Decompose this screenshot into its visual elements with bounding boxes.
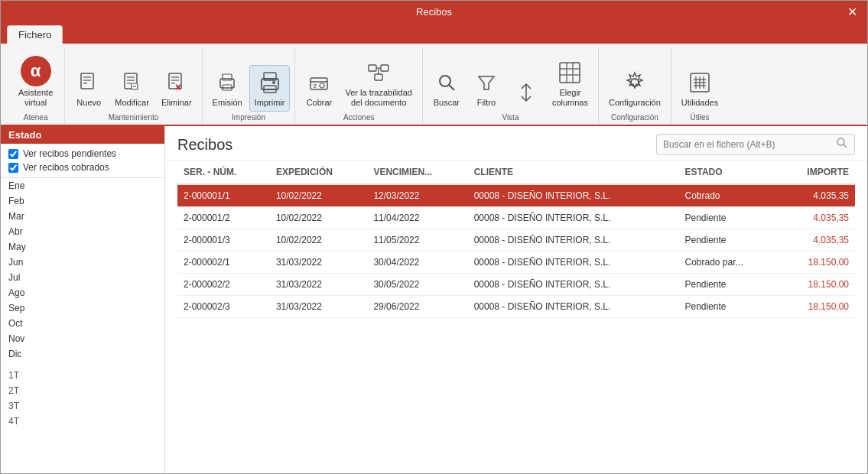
svg-point-49 xyxy=(837,138,844,145)
cobrar-button[interactable]: Cobrar xyxy=(300,65,338,112)
svg-point-41 xyxy=(631,79,639,86)
cell-vencimiento: 30/05/2022 xyxy=(367,274,467,296)
filtro-label: Filtro xyxy=(477,98,496,108)
month-list: EneFebMarAbrMayJunJulAgoSepOctNovDic1T2T… xyxy=(1,178,164,474)
nuevo-label: Nuevo xyxy=(76,98,101,108)
table-row[interactable]: 2-000002/231/03/202230/05/202200008 - DI… xyxy=(177,274,855,296)
svg-rect-36 xyxy=(560,63,580,83)
cell-vencimiento: 11/05/2022 xyxy=(367,229,467,252)
search-box[interactable] xyxy=(656,134,855,155)
col-header-estado: ESTADO xyxy=(678,161,778,184)
checkbox-cobrados[interactable]: Ver recibos cobrados xyxy=(8,162,157,173)
sidebar-month-may[interactable]: May xyxy=(1,239,164,255)
ribbon-group-acciones-label: Acciones xyxy=(343,112,375,122)
nuevo-icon xyxy=(75,69,102,96)
svg-line-33 xyxy=(449,85,454,90)
ribbon-group-vista-label: Vista xyxy=(502,112,519,122)
col-header-vencimiento: VENCIMIEN... xyxy=(367,161,467,184)
cobrar-label: Cobrar xyxy=(307,98,333,108)
sidebar-month-nov[interactable]: Nov xyxy=(1,331,164,346)
asistente-label: Asistentevirtual xyxy=(18,88,53,108)
cell-cliente: 00008 - DISEÑO INTERIOR, S.L. xyxy=(468,184,679,207)
cell-vencimiento: 11/04/2022 xyxy=(367,207,467,229)
ribbon-group-impresion-label: Impresión xyxy=(232,112,265,122)
configuracion-button[interactable]: Configuración xyxy=(603,65,666,112)
close-button[interactable]: ✕ xyxy=(837,1,867,22)
cell-ser_num: 2-000002/1 xyxy=(177,252,270,274)
table-header-row: SER. - NÚM.EXPEDICIÓNVENCIMIEN...CLIENTE… xyxy=(177,161,855,184)
nuevo-button[interactable]: Nuevo xyxy=(70,65,108,112)
table-row[interactable]: 2-000001/110/02/202212/03/202200008 - DI… xyxy=(177,184,855,207)
trazabilidad-button[interactable]: Ver la trazabilidaddel documento xyxy=(340,55,417,112)
sidebar-quarter-4t[interactable]: 4T xyxy=(1,414,164,429)
svg-marker-34 xyxy=(479,76,494,89)
svg-rect-28 xyxy=(381,65,388,71)
buscar-icon xyxy=(433,69,460,96)
checkbox-pendientes-input[interactable] xyxy=(8,149,18,159)
search-input[interactable] xyxy=(663,139,831,150)
cell-expedicion: 31/03/2022 xyxy=(270,274,368,296)
modificar-button[interactable]: Modificar xyxy=(109,65,154,112)
checkbox-pendientes[interactable]: Ver recibos pendientes xyxy=(8,148,157,159)
menu-tab-fichero[interactable]: Fichero xyxy=(7,25,63,44)
content-area: Recibos SER. - NÚM.EXPEDICIÓNVENCIMIEN..… xyxy=(165,126,867,474)
columnas-label: Elegircolumnas xyxy=(552,88,588,108)
sidebar-month-ene[interactable]: Ene xyxy=(1,178,164,193)
svg-line-50 xyxy=(844,144,847,148)
cell-expedicion: 31/03/2022 xyxy=(270,252,368,274)
svg-rect-27 xyxy=(369,65,376,71)
svg-rect-8 xyxy=(132,83,138,89)
imprimir-button[interactable]: Imprimir xyxy=(249,65,291,112)
sidebar-month-abr[interactable]: Abr xyxy=(1,224,164,239)
buscar-button[interactable]: Buscar xyxy=(427,65,466,112)
main-area: Estado Ver recibos pendientes Ver recibo… xyxy=(1,126,867,474)
utilidades-button[interactable]: Utilidades xyxy=(676,65,723,112)
sort-button[interactable] xyxy=(507,75,545,112)
sidebar-quarter-2t[interactable]: 2T xyxy=(1,383,164,398)
window-title: Recibos xyxy=(416,6,452,18)
sidebar-month-jul[interactable]: Jul xyxy=(1,270,164,285)
sidebar-month-sep[interactable]: Sep xyxy=(1,300,164,316)
cell-vencimiento: 29/06/2022 xyxy=(367,296,467,318)
cell-cliente: 00008 - DISEÑO INTERIOR, S.L. xyxy=(468,274,679,296)
sidebar-quarter-3t[interactable]: 3T xyxy=(1,398,164,414)
table-row[interactable]: 2-000001/310/02/202211/05/202200008 - DI… xyxy=(177,229,855,252)
cell-importe: 18.150,00 xyxy=(779,296,855,318)
asistente-virtual-button[interactable]: α Asistentevirtual xyxy=(11,52,60,112)
emision-button[interactable]: Emisión xyxy=(207,65,248,112)
sidebar-month-dic[interactable]: Dic xyxy=(1,346,164,362)
eliminar-label: Eliminar xyxy=(161,98,192,108)
ribbon-group-atenea: α Asistentevirtual Atenea xyxy=(7,47,65,125)
sidebar-month-oct[interactable]: Oct xyxy=(1,316,164,331)
sidebar-quarter-1t[interactable]: 1T xyxy=(1,368,164,383)
filtro-icon xyxy=(473,69,500,96)
table-row[interactable]: 2-000002/331/03/202229/06/202200008 - DI… xyxy=(177,296,855,318)
cell-cliente: 00008 - DISEÑO INTERIOR, S.L. xyxy=(468,229,679,252)
sidebar-month-ago[interactable]: Ago xyxy=(1,285,164,300)
cell-estado: Pendiente xyxy=(678,229,778,252)
filtro-button[interactable]: Filtro xyxy=(467,65,506,112)
sidebar-month-jun[interactable]: Jun xyxy=(1,255,164,270)
ribbon: α Asistentevirtual Atenea Nuevo Modifica… xyxy=(1,44,867,126)
page-title: Recibos xyxy=(177,136,232,154)
cell-cliente: 00008 - DISEÑO INTERIOR, S.L. xyxy=(468,252,679,274)
content-header: Recibos xyxy=(165,126,867,161)
recibos-table: SER. - NÚM.EXPEDICIÓNVENCIMIEN...CLIENTE… xyxy=(177,161,855,318)
svg-point-24 xyxy=(320,83,324,88)
cell-importe: 4.035,35 xyxy=(779,184,855,207)
ribbon-group-configuracion-label: Configuración xyxy=(611,112,658,122)
sidebar-month-feb[interactable]: Feb xyxy=(1,193,164,209)
table-row[interactable]: 2-000001/210/02/202211/04/202200008 - DI… xyxy=(177,207,855,229)
columnas-button[interactable]: Elegircolumnas xyxy=(547,55,593,112)
imprimir-label: Imprimir xyxy=(255,98,285,108)
cell-expedicion: 10/02/2022 xyxy=(270,207,368,229)
title-bar: Recibos ✕ xyxy=(1,1,867,22)
sidebar-month-mar[interactable]: Mar xyxy=(1,209,164,224)
table-row[interactable]: 2-000002/131/03/202230/04/202200008 - DI… xyxy=(177,252,855,274)
columnas-icon xyxy=(556,59,584,86)
cell-estado: Pendiente xyxy=(678,296,778,318)
checkbox-cobrados-input[interactable] xyxy=(8,163,18,173)
eliminar-button[interactable]: Eliminar xyxy=(156,65,197,112)
cell-ser_num: 2-000001/3 xyxy=(177,229,270,252)
emision-label: Emisión xyxy=(213,98,242,108)
